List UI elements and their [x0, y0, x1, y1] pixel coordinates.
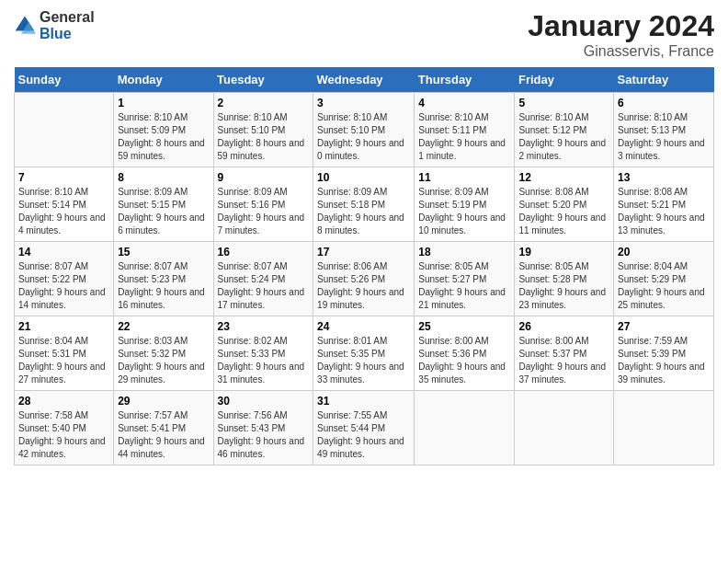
weekday-header: Sunday — [15, 67, 114, 93]
page-title: January 2024 — [528, 9, 714, 43]
day-info: Sunrise: 8:07 AMSunset: 5:22 PMDaylight:… — [18, 260, 109, 312]
day-number: 7 — [18, 171, 109, 184]
day-info: Sunrise: 8:10 AMSunset: 5:11 PMDaylight:… — [418, 111, 510, 163]
calendar-cell: 26Sunrise: 8:00 AMSunset: 5:37 PMDayligh… — [515, 316, 614, 391]
day-number: 6 — [618, 97, 710, 109]
day-info: Sunrise: 8:09 AMSunset: 5:16 PMDaylight:… — [218, 186, 310, 237]
calendar-cell: 19Sunrise: 8:05 AMSunset: 5:28 PMDayligh… — [515, 242, 614, 316]
day-info: Sunrise: 8:09 AMSunset: 5:15 PMDaylight:… — [118, 186, 209, 237]
day-info: Sunrise: 7:59 AMSunset: 5:39 PMDaylight:… — [618, 335, 710, 386]
day-number: 11 — [418, 171, 510, 184]
header: General Blue January 2024 Ginasservis, F… — [14, 9, 714, 60]
day-number: 4 — [418, 97, 510, 109]
logo: General Blue — [14, 9, 95, 41]
day-info: Sunrise: 8:08 AMSunset: 5:20 PMDaylight:… — [518, 186, 609, 237]
day-number: 21 — [18, 320, 109, 333]
calendar-cell: 13Sunrise: 8:08 AMSunset: 5:21 PMDayligh… — [614, 167, 714, 242]
day-info: Sunrise: 8:09 AMSunset: 5:18 PMDaylight:… — [317, 186, 410, 237]
calendar-cell: 12Sunrise: 8:08 AMSunset: 5:20 PMDayligh… — [515, 167, 614, 242]
day-info: Sunrise: 8:03 AMSunset: 5:32 PMDaylight:… — [118, 335, 209, 386]
day-info: Sunrise: 7:57 AMSunset: 5:41 PMDaylight:… — [118, 409, 209, 461]
calendar-week-row: 21Sunrise: 8:04 AMSunset: 5:31 PMDayligh… — [15, 316, 714, 391]
calendar-cell: 25Sunrise: 8:00 AMSunset: 5:36 PMDayligh… — [415, 316, 515, 391]
day-info: Sunrise: 8:10 AMSunset: 5:10 PMDaylight:… — [218, 111, 310, 163]
calendar-cell: 27Sunrise: 7:59 AMSunset: 5:39 PMDayligh… — [614, 316, 714, 391]
calendar-cell: 5Sunrise: 8:10 AMSunset: 5:12 PMDaylight… — [515, 93, 614, 167]
day-number: 17 — [317, 246, 410, 259]
calendar-cell: 6Sunrise: 8:10 AMSunset: 5:13 PMDaylight… — [614, 93, 714, 167]
day-info: Sunrise: 8:09 AMSunset: 5:19 PMDaylight:… — [418, 186, 510, 237]
day-number: 16 — [218, 246, 310, 259]
calendar-cell: 17Sunrise: 8:06 AMSunset: 5:26 PMDayligh… — [313, 242, 415, 316]
day-info: Sunrise: 8:00 AMSunset: 5:37 PMDaylight:… — [518, 335, 609, 386]
day-number: 25 — [418, 320, 510, 333]
calendar-cell — [614, 391, 714, 465]
weekday-header-row: SundayMondayTuesdayWednesdayThursdayFrid… — [15, 67, 714, 93]
calendar-cell: 7Sunrise: 8:10 AMSunset: 5:14 PMDaylight… — [15, 167, 114, 242]
main-container: General Blue January 2024 Ginasservis, F… — [0, 0, 728, 475]
calendar-week-row: 1Sunrise: 8:10 AMSunset: 5:09 PMDaylight… — [15, 93, 714, 167]
weekday-header: Friday — [515, 67, 614, 93]
day-info: Sunrise: 7:55 AMSunset: 5:44 PMDaylight:… — [317, 409, 410, 461]
calendar-cell — [515, 391, 614, 465]
logo-blue: Blue — [40, 26, 95, 42]
weekday-header: Tuesday — [213, 67, 313, 93]
calendar-cell: 15Sunrise: 8:07 AMSunset: 5:23 PMDayligh… — [114, 242, 213, 316]
day-info: Sunrise: 8:04 AMSunset: 5:31 PMDaylight:… — [18, 335, 109, 386]
day-info: Sunrise: 7:58 AMSunset: 5:40 PMDaylight:… — [18, 409, 109, 461]
day-info: Sunrise: 8:04 AMSunset: 5:29 PMDaylight:… — [618, 260, 710, 312]
day-number: 3 — [317, 97, 410, 109]
calendar-cell: 9Sunrise: 8:09 AMSunset: 5:16 PMDaylight… — [213, 167, 313, 242]
calendar-cell: 14Sunrise: 8:07 AMSunset: 5:22 PMDayligh… — [15, 242, 114, 316]
calendar-cell: 10Sunrise: 8:09 AMSunset: 5:18 PMDayligh… — [313, 167, 415, 242]
day-number: 24 — [317, 320, 410, 333]
day-number: 15 — [118, 246, 209, 259]
page-subtitle: Ginasservis, France — [528, 43, 714, 60]
title-area: January 2024 Ginasservis, France — [528, 9, 714, 60]
calendar-cell: 28Sunrise: 7:58 AMSunset: 5:40 PMDayligh… — [15, 391, 114, 465]
calendar-cell: 29Sunrise: 7:57 AMSunset: 5:41 PMDayligh… — [114, 391, 213, 465]
calendar-week-row: 14Sunrise: 8:07 AMSunset: 5:22 PMDayligh… — [15, 242, 714, 316]
calendar-cell — [415, 391, 515, 465]
calendar-table: SundayMondayTuesdayWednesdayThursdayFrid… — [14, 67, 714, 465]
day-number: 31 — [317, 395, 410, 408]
calendar-cell: 8Sunrise: 8:09 AMSunset: 5:15 PMDaylight… — [114, 167, 213, 242]
day-number: 18 — [418, 246, 510, 259]
day-info: Sunrise: 8:01 AMSunset: 5:35 PMDaylight:… — [317, 335, 410, 386]
day-number: 23 — [218, 320, 310, 333]
day-number: 2 — [218, 97, 310, 109]
day-info: Sunrise: 8:05 AMSunset: 5:27 PMDaylight:… — [418, 260, 510, 312]
weekday-header: Saturday — [614, 67, 714, 93]
weekday-header: Wednesday — [313, 67, 415, 93]
day-info: Sunrise: 8:02 AMSunset: 5:33 PMDaylight:… — [218, 335, 310, 386]
day-info: Sunrise: 8:10 AMSunset: 5:14 PMDaylight:… — [18, 186, 109, 237]
weekday-header: Monday — [114, 67, 213, 93]
calendar-cell: 31Sunrise: 7:55 AMSunset: 5:44 PMDayligh… — [313, 391, 415, 465]
calendar-week-row: 28Sunrise: 7:58 AMSunset: 5:40 PMDayligh… — [15, 391, 714, 465]
day-info: Sunrise: 8:10 AMSunset: 5:13 PMDaylight:… — [618, 111, 710, 163]
day-info: Sunrise: 8:08 AMSunset: 5:21 PMDaylight:… — [618, 186, 710, 237]
calendar-cell: 20Sunrise: 8:04 AMSunset: 5:29 PMDayligh… — [614, 242, 714, 316]
day-info: Sunrise: 8:07 AMSunset: 5:24 PMDaylight:… — [218, 260, 310, 312]
day-number: 13 — [618, 171, 710, 184]
day-number: 8 — [118, 171, 209, 184]
day-number: 14 — [18, 246, 109, 259]
day-number: 1 — [118, 97, 209, 109]
calendar-cell: 23Sunrise: 8:02 AMSunset: 5:33 PMDayligh… — [213, 316, 313, 391]
day-info: Sunrise: 8:10 AMSunset: 5:12 PMDaylight:… — [518, 111, 609, 163]
calendar-cell: 22Sunrise: 8:03 AMSunset: 5:32 PMDayligh… — [114, 316, 213, 391]
calendar-cell: 3Sunrise: 8:10 AMSunset: 5:10 PMDaylight… — [313, 93, 415, 167]
day-info: Sunrise: 8:07 AMSunset: 5:23 PMDaylight:… — [118, 260, 209, 312]
day-info: Sunrise: 8:00 AMSunset: 5:36 PMDaylight:… — [418, 335, 510, 386]
day-number: 5 — [518, 97, 609, 109]
calendar-cell: 18Sunrise: 8:05 AMSunset: 5:27 PMDayligh… — [415, 242, 515, 316]
day-number: 19 — [518, 246, 609, 259]
logo-text: General Blue — [40, 9, 95, 41]
calendar-cell: 2Sunrise: 8:10 AMSunset: 5:10 PMDaylight… — [213, 93, 313, 167]
day-number: 29 — [118, 395, 209, 408]
day-info: Sunrise: 8:06 AMSunset: 5:26 PMDaylight:… — [317, 260, 410, 312]
day-info: Sunrise: 7:56 AMSunset: 5:43 PMDaylight:… — [218, 409, 310, 461]
weekday-header: Thursday — [415, 67, 515, 93]
day-info: Sunrise: 8:10 AMSunset: 5:09 PMDaylight:… — [118, 111, 209, 163]
calendar-cell: 11Sunrise: 8:09 AMSunset: 5:19 PMDayligh… — [415, 167, 515, 242]
